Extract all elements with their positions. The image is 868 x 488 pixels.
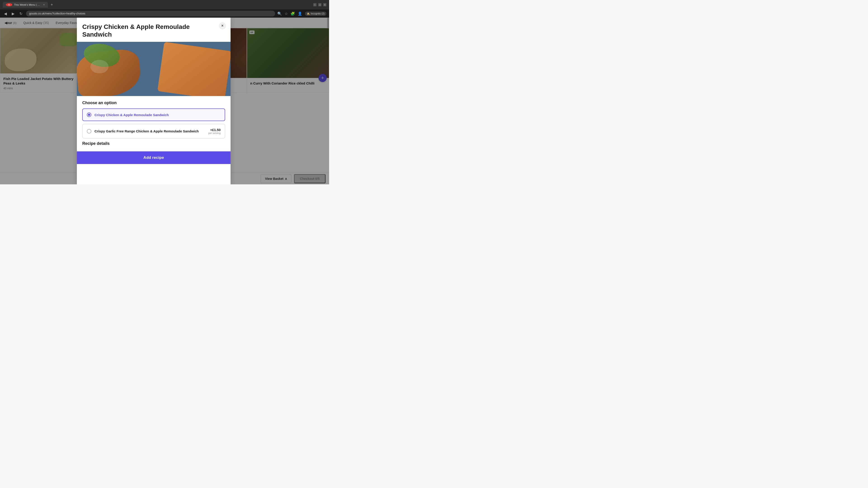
forward-button[interactable]: ▶ xyxy=(10,11,16,16)
radio-option-1[interactable] xyxy=(87,112,91,117)
bookmark-icon[interactable]: ☆ xyxy=(285,11,288,16)
price-note: per serving xyxy=(209,132,221,134)
price-amount: +£1.50 xyxy=(209,128,221,132)
window-controls: − □ × xyxy=(313,3,327,6)
option-item-2[interactable]: Crispy Garlic Free Range Chicken & Apple… xyxy=(82,124,225,138)
incognito-label: Incognito (2) xyxy=(311,12,324,15)
browser-icons: 🔍 ☆ 🧩 👤 🕵 Incognito (2) xyxy=(277,11,327,16)
back-button[interactable]: ◀ xyxy=(3,11,8,16)
tab-close-button[interactable]: × xyxy=(43,3,45,6)
option-heading: Choose an option xyxy=(82,101,225,105)
option-1-label: Crispy Chicken & Apple Remoulade Sandwic… xyxy=(94,113,169,117)
page-content: ◀our (8) Quick & Easy (35) Everyday Favo… xyxy=(0,18,329,184)
modal-body: Choose an option Crispy Chicken & Apple … xyxy=(77,96,230,151)
new-tab-button[interactable]: + xyxy=(51,2,53,7)
window-maximize-button[interactable]: □ xyxy=(318,3,321,6)
modal-header: Crispy Chicken & Apple Remoulade Sandwic… xyxy=(77,18,230,42)
radio-option-2[interactable] xyxy=(87,129,91,133)
add-recipe-button[interactable]: Add recipe xyxy=(77,151,230,164)
extensions-icon[interactable]: 🧩 xyxy=(290,11,295,16)
recipe-modal: Crispy Chicken & Apple Remoulade Sandwic… xyxy=(77,18,230,184)
search-icon[interactable]: 🔍 xyxy=(277,11,282,16)
recipe-details-heading: Recipe details xyxy=(82,141,225,146)
url-text: gousto.co.uk/menu?collection=healthy-cho… xyxy=(29,12,85,15)
url-bar[interactable]: gousto.co.uk/menu?collection=healthy-cho… xyxy=(26,11,275,17)
option-2-label: Crispy Garlic Free Range Chicken & Apple… xyxy=(94,129,199,133)
tab-title: This Week's Menu | Choose Fro... xyxy=(14,3,40,6)
modal-title: Crispy Chicken & Apple Remoulade Sandwic… xyxy=(82,23,225,38)
option-2-price: +£1.50 per serving xyxy=(209,128,221,134)
address-bar: ◀ ▶ ↻ gousto.co.uk/menu?collection=healt… xyxy=(0,9,329,18)
window-close-button[interactable]: × xyxy=(323,3,327,6)
browser-chrome: G This Week's Menu | Choose Fro... × + −… xyxy=(0,0,329,9)
window-minimize-button[interactable]: − xyxy=(313,3,316,6)
modal-food-image xyxy=(77,42,230,96)
profile-icon[interactable]: 👤 xyxy=(298,11,302,16)
incognito-badge: 🕵 Incognito (2) xyxy=(305,11,327,16)
gousto-tab-icon: G xyxy=(6,3,12,6)
option-item-1[interactable]: Crispy Chicken & Apple Remoulade Sandwic… xyxy=(82,108,225,121)
reload-button[interactable]: ↻ xyxy=(18,11,24,16)
modal-close-button[interactable]: × xyxy=(219,22,226,29)
browser-tab[interactable]: G This Week's Menu | Choose Fro... × xyxy=(3,2,48,8)
